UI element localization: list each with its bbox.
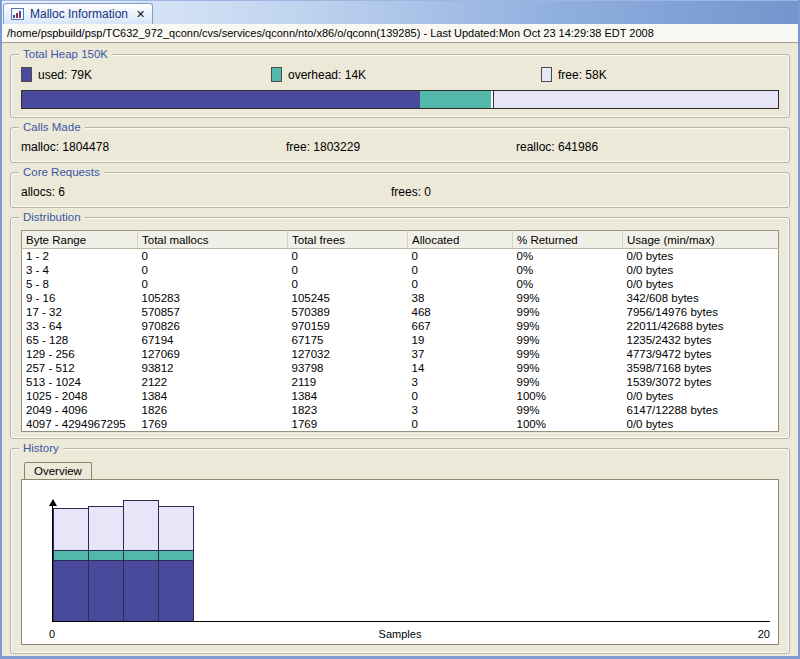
distribution-cell: 9 - 16: [22, 291, 138, 305]
distribution-cell: 513 - 1024: [22, 375, 138, 389]
history-segment-used: [159, 561, 193, 621]
distribution-cell: 0: [138, 263, 288, 277]
distribution-cell: 105245: [288, 291, 408, 305]
frees-count: frees: 0: [391, 185, 779, 199]
distribution-cell: 1025 - 2048: [22, 389, 138, 403]
distribution-cell: 1 - 2: [22, 249, 138, 264]
distribution-cell: 0: [288, 277, 408, 291]
distribution-cell: 1823: [288, 403, 408, 417]
history-bars: [53, 500, 193, 621]
distribution-row[interactable]: 257 - 51293812937981499%3598/7168 bytes: [22, 361, 779, 375]
distribution-cell: 0: [288, 249, 408, 264]
distribution-cell: 3: [408, 403, 513, 417]
x-axis: [52, 621, 770, 622]
distribution-cell: 99%: [513, 319, 623, 333]
history-group: History Overview 0 Samples 20: [10, 448, 790, 654]
distribution-row[interactable]: 9 - 161052831052453899%342/608 bytes: [22, 291, 779, 305]
tab-overview[interactable]: Overview: [24, 462, 92, 479]
distribution-cell: 0: [138, 249, 288, 264]
distribution-cell: 970826: [138, 319, 288, 333]
heap-segment-used: [22, 91, 420, 108]
tab-title: Malloc Information: [30, 7, 128, 21]
history-bar-4: [158, 506, 194, 621]
distribution-row[interactable]: 2049 - 409618261823399%6147/12288 bytes: [22, 403, 779, 417]
distribution-cell: 0/0 bytes: [623, 277, 779, 291]
distribution-cell: 1769: [138, 417, 288, 432]
distribution-cell: 0: [408, 249, 513, 264]
heap-segment-overhead: [420, 91, 491, 108]
legend-item-used: used: 79K: [21, 67, 271, 82]
distribution-row[interactable]: 129 - 2561270691270323799%4773/9472 byte…: [22, 347, 779, 361]
distribution-cell: 570857: [138, 305, 288, 319]
column-header-usage-min-max-[interactable]: Usage (min/max): [623, 231, 779, 249]
distribution-cell: 99%: [513, 347, 623, 361]
distribution-cell: 1769: [288, 417, 408, 432]
free-label: free: 58K: [558, 68, 607, 82]
distribution-row[interactable]: 33 - 6497082697015966799%22011/42688 byt…: [22, 319, 779, 333]
distribution-cell: 127032: [288, 347, 408, 361]
history-segment-free: [124, 501, 158, 550]
history-segment-overhead: [124, 550, 158, 561]
distribution-cell: 2049 - 4096: [22, 403, 138, 417]
distribution-cell: 0/0 bytes: [623, 249, 779, 264]
distribution-cell: 93798: [288, 361, 408, 375]
history-segment-used: [54, 561, 88, 621]
view-tab-bar: Malloc Information ✕: [2, 0, 798, 24]
history-segment-used: [89, 561, 123, 621]
distribution-cell: 100%: [513, 417, 623, 432]
history-bar-3: [123, 500, 159, 621]
distribution-row[interactable]: 17 - 3257085757038946899%7956/14976 byte…: [22, 305, 779, 319]
history-segment-free: [54, 509, 88, 550]
distribution-row[interactable]: 513 - 102421222119399%1539/3072 bytes: [22, 375, 779, 389]
heap-segment-free: [493, 91, 778, 108]
distribution-cell: 22011/42688 bytes: [623, 319, 779, 333]
distribution-cell: 1539/3072 bytes: [623, 375, 779, 389]
distribution-cell: 99%: [513, 333, 623, 347]
total-heap-title: Total Heap 150K: [19, 47, 112, 62]
column-header--returned[interactable]: % Returned: [513, 231, 623, 249]
distribution-cell: 99%: [513, 291, 623, 305]
distribution-cell: 0/0 bytes: [623, 263, 779, 277]
x-axis-origin-label: 0: [49, 628, 55, 640]
distribution-cell: 3: [408, 375, 513, 389]
distribution-cell: 1384: [138, 389, 288, 403]
distribution-cell: 4773/9472 bytes: [623, 347, 779, 361]
distribution-cell: 99%: [513, 403, 623, 417]
distribution-cell: 3598/7168 bytes: [623, 361, 779, 375]
total-heap-group: Total Heap 150K used: 79K overhead: 14K …: [10, 54, 790, 118]
malloc-view-icon: [11, 7, 25, 21]
history-bar-1: [53, 508, 89, 621]
distribution-group: Distribution Byte RangeTotal mallocsTota…: [10, 217, 790, 439]
distribution-row[interactable]: 1 - 20000%0/0 bytes: [22, 249, 779, 264]
view-content: Total Heap 150K used: 79K overhead: 14K …: [2, 43, 798, 654]
overhead-label: overhead: 14K: [288, 68, 366, 82]
distribution-cell: 93812: [138, 361, 288, 375]
distribution-row[interactable]: 4097 - 4294967295176917690100%0/0 bytes: [22, 417, 779, 432]
core-requests-row: allocs: 6 frees: 0: [21, 185, 779, 199]
legend-item-overhead: overhead: 14K: [271, 67, 541, 82]
distribution-cell: 17 - 32: [22, 305, 138, 319]
distribution-cell: 0: [408, 277, 513, 291]
history-title: History: [19, 441, 63, 456]
distribution-row[interactable]: 65 - 12867194671751999%1235/2432 bytes: [22, 333, 779, 347]
history-segment-overhead: [54, 550, 88, 561]
distribution-cell: 0/0 bytes: [623, 417, 779, 432]
distribution-cell: 5 - 8: [22, 277, 138, 291]
calls-made-group: Calls Made malloc: 1804478 free: 1803229…: [10, 127, 790, 163]
tab-malloc-information[interactable]: Malloc Information ✕: [3, 3, 153, 24]
history-bar-2: [88, 506, 124, 621]
distribution-cell: 65 - 128: [22, 333, 138, 347]
column-header-allocated[interactable]: Allocated: [408, 231, 513, 249]
calls-made-title: Calls Made: [19, 120, 85, 135]
close-icon[interactable]: ✕: [136, 8, 145, 21]
history-segment-overhead: [89, 550, 123, 561]
distribution-row[interactable]: 3 - 40000%0/0 bytes: [22, 263, 779, 277]
column-header-byte-range[interactable]: Byte Range: [22, 231, 138, 249]
distribution-row[interactable]: 1025 - 2048138413840100%0/0 bytes: [22, 389, 779, 403]
distribution-cell: 67194: [138, 333, 288, 347]
column-header-total-mallocs[interactable]: Total mallocs: [138, 231, 288, 249]
distribution-row[interactable]: 5 - 80000%0/0 bytes: [22, 277, 779, 291]
distribution-cell: 0/0 bytes: [623, 389, 779, 403]
column-header-total-frees[interactable]: Total frees: [288, 231, 408, 249]
distribution-cell: 0: [138, 277, 288, 291]
